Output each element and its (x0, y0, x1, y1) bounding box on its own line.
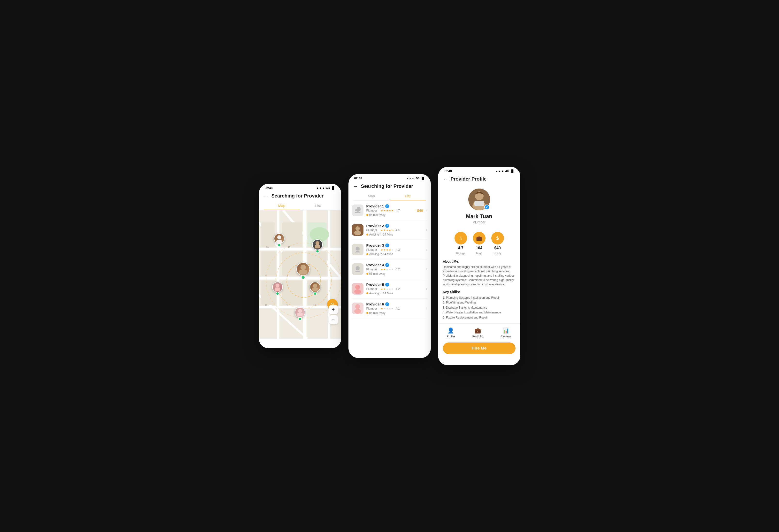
tab-map-list[interactable]: Map (353, 192, 390, 200)
zoom-out-button[interactable]: − (329, 315, 338, 324)
reviews-nav-label: Reviews (500, 335, 512, 338)
svg-text:23: 23 (313, 304, 316, 307)
map-pin-2[interactable] (312, 240, 323, 253)
profile-avatar-wrap: ✓ (468, 189, 490, 210)
type-6: Plumber (366, 307, 377, 310)
battery-icon-list: ▐▌ (421, 177, 425, 180)
star-3-3: ★ (386, 248, 388, 252)
nav-profile[interactable]: 👤 Profile (442, 327, 460, 339)
list-item[interactable]: Provider 5 ✓ Plumber | ★ ★ ★ ★ ★ 4.2 (352, 279, 427, 299)
name-4: Provider 4 (366, 263, 384, 267)
zoom-in-button[interactable]: + (329, 305, 338, 314)
tasks-value: 104 (476, 246, 482, 250)
divider-1: | (378, 209, 379, 212)
star-icon: ☆ (459, 235, 463, 241)
tab-list-map[interactable]: List (300, 202, 336, 210)
name-6: Provider 6 (366, 302, 384, 306)
star-3-4: ★ (388, 248, 391, 252)
stars-6: ★ ★ ★ ★ ★ (381, 307, 394, 310)
divider-5: | (378, 287, 379, 291)
phone-profile: 02:48 ▲▲▲ 4G ▐▌ ← Provider Profile (438, 167, 520, 365)
map-controls: + − (329, 305, 338, 324)
avatar-5 (352, 283, 363, 294)
phone-list: 02:48 ▲▲▲ 4G ▐▌ ← Searching for Provider… (349, 174, 431, 358)
tab-map[interactable]: Map (264, 202, 300, 210)
info-1: Provider 1 ✓ Plumber | ★ ★ ★ ★ ★ 4.7 (366, 204, 414, 217)
svg-point-30 (277, 235, 281, 239)
rating-3: 4.3 (396, 248, 400, 252)
stat-tasks: 💼 104 Tasks (473, 232, 485, 255)
map-pin-5[interactable] (295, 307, 305, 321)
star-1-1: ★ (381, 209, 383, 212)
nav-reviews[interactable]: 📊 Reviews (496, 327, 516, 339)
svg-rect-37 (275, 287, 280, 291)
star-5-2: ★ (383, 287, 386, 291)
list-item[interactable]: Provider 2 ✓ Plumber | ★ ★ ★ ★ ½ 4.6 (352, 220, 427, 240)
skill-4: 4. Water Heater Installation and Mainten… (443, 310, 516, 315)
avatar-3 (352, 244, 363, 255)
svg-point-45 (354, 230, 361, 235)
eta-4: 05 min away (366, 272, 423, 275)
list-item[interactable]: Provider 1 ✓ Plumber | ★ ★ ★ ★ ★ 4.7 (352, 201, 427, 220)
meta-5: Plumber | ★ ★ ★ ★ ★ 4.2 (366, 287, 423, 291)
signal-area-map: ▲▲▲ 4G ▐▌ (316, 186, 336, 190)
map-area: 26 15 8 13 19 21 23 (259, 210, 341, 339)
star-6-5: ★ (391, 307, 394, 310)
dollar-icon: $ (496, 236, 499, 241)
back-button-profile[interactable]: ← (443, 176, 448, 182)
type-5: Plumber (366, 287, 377, 291)
avatar-6 (352, 303, 363, 314)
name-row-6: Provider 6 ✓ (366, 302, 423, 306)
name-3: Provider 3 (366, 243, 384, 247)
map-pin-4[interactable] (310, 282, 320, 295)
eta-text-6: 05 min away (369, 311, 385, 315)
svg-rect-33 (315, 245, 320, 249)
time-profile: 02:48 (444, 169, 452, 173)
chevron-5: › (426, 286, 427, 291)
profile-nav-label: Profile (447, 335, 455, 338)
svg-point-40 (298, 309, 302, 313)
star-1-3: ★ (386, 209, 388, 212)
back-button-map[interactable]: ← (264, 193, 268, 199)
tab-list-active[interactable]: List (390, 192, 426, 200)
svg-point-44 (356, 226, 360, 231)
list-item[interactable]: Provider 6 ✓ Plumber | ★ ★ ★ ★ ★ 4.1 (352, 299, 427, 318)
stars-2: ★ ★ ★ ★ ½ (381, 229, 394, 232)
stat-rating: ☆ 4.7 Ratings (455, 232, 467, 255)
eta-dot-3 (366, 253, 368, 255)
divider-3: | (378, 248, 379, 252)
name-2: Provider 2 (366, 224, 384, 228)
signal-area-list: ▲▲▲ 4G ▐▌ (406, 177, 425, 180)
map-pin-1[interactable] (274, 233, 285, 247)
hire-me-button[interactable]: Hire Me (443, 342, 516, 354)
type-3: Plumber (366, 248, 377, 252)
svg-rect-16 (261, 222, 275, 247)
signal-icon-list: ▲▲▲ (406, 177, 415, 180)
stars-3: ★ ★ ★ ★ ★ (381, 248, 394, 252)
map-pin-3[interactable] (272, 282, 283, 295)
list-item[interactable]: Provider 4 ✓ Plumber | ★ ★ ★ ★ ★ 4.2 (352, 259, 427, 279)
rating-icon-circle: ☆ (455, 232, 467, 245)
hourly-label: Hourly (494, 252, 501, 255)
back-button-list[interactable]: ← (353, 184, 358, 189)
profile-content: ✓ Mark Tuan Plumber ☆ 4.7 Ratings 💼 104 … (438, 185, 520, 340)
stars-1: ★ ★ ★ ★ ★ (381, 209, 394, 212)
star-5-1: ★ (381, 287, 383, 291)
name-row-1: Provider 1 ✓ (366, 204, 414, 208)
verified-3: ✓ (385, 244, 389, 247)
portfolio-icon: 💼 (474, 328, 481, 334)
profile-icon: 👤 (447, 328, 454, 334)
map-pin-center[interactable] (296, 262, 310, 279)
status-bar-map: 02:48 ▲▲▲ 4G ▐▌ (259, 184, 341, 191)
avatar-1 (352, 204, 363, 216)
signal-icon-profile: ▲▲▲ (495, 170, 504, 173)
meta-6: Plumber | ★ ★ ★ ★ ★ 4.1 (366, 307, 423, 310)
rating-2: 4.6 (396, 228, 400, 232)
rating-value: 4.7 (458, 246, 463, 250)
chevron-6: › (426, 306, 427, 311)
meta-1: Plumber | ★ ★ ★ ★ ★ 4.7 (366, 209, 414, 212)
list-item[interactable]: Provider 3 ✓ Plumber | ★ ★ ★ ★ ★ 4.3 (352, 240, 427, 259)
time-map: 02:48 (265, 186, 273, 190)
nav-portfolio[interactable]: 💼 Portfolio (468, 327, 488, 339)
profile-role: Plumber (473, 220, 485, 224)
